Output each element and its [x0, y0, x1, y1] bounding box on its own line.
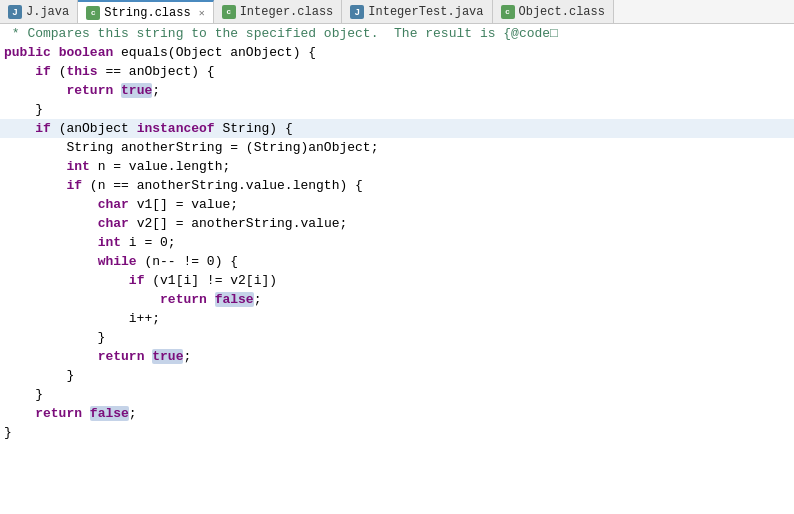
- code-line-17: }: [0, 328, 794, 347]
- code-line-14: if (v1[i] != v2[i]): [0, 271, 794, 290]
- tab-object-class-label: Object.class: [519, 5, 605, 19]
- j-icon: J: [8, 5, 22, 19]
- tab-bar: J J.java c String.class ✕ c Integer.clas…: [0, 0, 794, 24]
- tab-java[interactable]: J J.java: [0, 0, 78, 23]
- code-line-8: int n = value.length;: [0, 157, 794, 176]
- tab-object-class[interactable]: c Object.class: [493, 0, 614, 23]
- code-line-6: if (anObject instanceof String) {: [0, 119, 794, 138]
- code-line-18: return true;: [0, 347, 794, 366]
- code-line-13: while (n-- != 0) {: [0, 252, 794, 271]
- tab-java-label: J.java: [26, 5, 69, 19]
- code-line-1: * Compares this string to the specified …: [0, 24, 794, 43]
- code-line-16: i++;: [0, 309, 794, 328]
- tab-string-class-label: String.class: [104, 6, 190, 20]
- code-line-22: }: [0, 423, 794, 442]
- code-line-2: public boolean equals(Object anObject) {: [0, 43, 794, 62]
- code-line-7: String anotherString = (String)anObject;: [0, 138, 794, 157]
- class-icon-integer: c: [222, 5, 236, 19]
- code-line-4: return true;: [0, 81, 794, 100]
- tab-integertest-java[interactable]: J IntegerTest.java: [342, 0, 492, 23]
- code-line-10: char v1[] = value;: [0, 195, 794, 214]
- code-line-15: return false;: [0, 290, 794, 309]
- tab-string-class-close[interactable]: ✕: [199, 7, 205, 19]
- code-line-9: if (n == anotherString.value.length) {: [0, 176, 794, 195]
- code-area: * Compares this string to the specified …: [0, 24, 794, 514]
- code-line-3: if (this == anObject) {: [0, 62, 794, 81]
- code-line-20: }: [0, 385, 794, 404]
- tab-string-class[interactable]: c String.class ✕: [78, 0, 213, 23]
- tab-integertest-java-label: IntegerTest.java: [368, 5, 483, 19]
- class-icon-string: c: [86, 6, 100, 20]
- code-line-19: }: [0, 366, 794, 385]
- j-icon-integertest: J: [350, 5, 364, 19]
- tab-integer-class[interactable]: c Integer.class: [214, 0, 343, 23]
- code-line-11: char v2[] = anotherString.value;: [0, 214, 794, 233]
- code-line-21: return false;: [0, 404, 794, 423]
- code-line-12: int i = 0;: [0, 233, 794, 252]
- code-line-5: }: [0, 100, 794, 119]
- tab-integer-class-label: Integer.class: [240, 5, 334, 19]
- comment-text: * Compares this string to the specified …: [4, 26, 558, 41]
- class-icon-object: c: [501, 5, 515, 19]
